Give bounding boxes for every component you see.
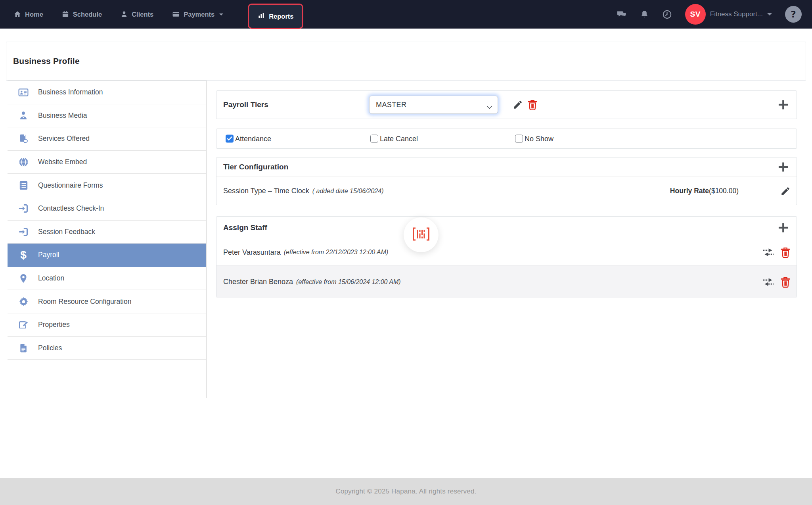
sidebar-item-label: Questionnaire Forms (38, 181, 103, 190)
chevron-down-icon (486, 103, 492, 111)
sidebar-item-label: Location (38, 274, 64, 282)
checkbox-label: Late Cancel (380, 134, 418, 143)
dollar-icon: $ (18, 250, 29, 261)
sidebar-item-contactless-check-in[interactable]: Contactless Check-In (8, 197, 206, 221)
staff-row-chester: Chester Brian Benoza (effective from 15/… (216, 266, 797, 298)
assign-staff-card: Assign Staff Peter Varasuntara (effectiv… (216, 216, 797, 298)
document-icon (18, 342, 29, 353)
tier-configuration-header: Tier Configuration (216, 157, 797, 177)
delete-tier-trash-icon[interactable] (527, 99, 538, 110)
remove-staff-trash-icon[interactable] (780, 247, 791, 258)
checkbox-label: No Show (525, 134, 553, 143)
avatar: SV (685, 4, 706, 25)
tier-configuration-row: Session Type – Time Clock ( added date 1… (216, 177, 797, 205)
no-show-checkbox[interactable] (515, 135, 523, 143)
history-icon[interactable] (662, 10, 672, 19)
no-show-checkbox-group[interactable]: No Show (515, 134, 553, 143)
transfer-staff-swap-icon[interactable] (762, 248, 774, 257)
remove-staff-trash-icon[interactable] (780, 277, 791, 288)
sidebar-item-label: Room Resource Configuration (38, 298, 131, 306)
hapana-barcode-icon (412, 227, 431, 243)
sidebar-item-properties[interactable]: Properties (8, 313, 206, 337)
assign-staff-header: Assign Staff (216, 217, 797, 239)
sidebar-item-room-resource-configuration[interactable]: Room Resource Configuration (8, 290, 206, 313)
help-icon[interactable]: ? (785, 6, 802, 23)
sidebar-item-questionnaire-forms[interactable]: Questionnaire Forms (8, 174, 206, 197)
sidebar-item-location[interactable]: Location (8, 267, 206, 290)
sidebar-item-business-information[interactable]: Business Information (8, 81, 206, 104)
staff-name: Chester Brian Benoza (223, 278, 293, 286)
gear-icon (18, 296, 29, 307)
sidebar-item-business-media[interactable]: Business Media (8, 104, 206, 128)
tier-configuration-title: Tier Configuration (223, 163, 288, 171)
home-icon (13, 10, 21, 18)
loading-spinner-badge (404, 217, 439, 252)
form-icon (18, 180, 29, 191)
effective-date-note: (effective from 22/12/2023 12:00 AM) (284, 249, 389, 256)
nav-item-payments[interactable]: Payments (172, 10, 223, 18)
sidebar-item-website-embed[interactable]: Website Embed (8, 151, 206, 174)
late-cancel-checkbox[interactable] (370, 135, 378, 143)
add-tier-plus-icon[interactable] (778, 99, 789, 111)
map-pin-icon (18, 273, 29, 284)
nav-utility-menu: SV Fitness Support... ? (617, 0, 812, 29)
sign-in-icon (18, 226, 29, 237)
nav-item-label: Schedule (73, 11, 102, 18)
checkbox-label: Attendance (235, 134, 271, 143)
sidebar-item-label: Business Information (38, 88, 103, 96)
settings-sidebar: Business Information Business Media Serv… (8, 81, 207, 398)
hourly-rate-label: Hourly Rate (670, 187, 709, 195)
sidebar-item-services-offered[interactable]: Services Offered (8, 127, 206, 151)
nav-item-clients[interactable]: Clients (120, 10, 153, 18)
effective-date-note: (effective from 15/06/2024 12:00 AM) (296, 278, 401, 286)
id-card-icon (18, 87, 29, 98)
late-cancel-checkbox-group[interactable]: Late Cancel (370, 134, 418, 143)
sidebar-item-payroll[interactable]: $ Payroll (8, 244, 206, 267)
chevron-down-icon (767, 13, 772, 15)
sign-in-icon (18, 203, 29, 214)
assign-staff-title: Assign Staff (223, 223, 267, 232)
edit-configuration-pencil-icon[interactable] (780, 186, 791, 196)
hourly-rate-value: ($100.00) (709, 187, 739, 195)
nav-item-label: Home (25, 11, 43, 18)
payroll-tiers-label: Payroll Tiers (223, 100, 268, 109)
add-staff-plus-icon[interactable] (778, 222, 789, 234)
nav-item-label: Reports (269, 13, 293, 20)
hourly-rate: Hourly Rate($100.00) (670, 187, 739, 195)
edit-tier-pencil-icon[interactable] (513, 100, 523, 110)
sidebar-item-policies[interactable]: Policies (8, 337, 206, 360)
session-status-filter-card: Attendance Late Cancel No Show (216, 129, 797, 149)
nav-item-schedule[interactable]: Schedule (61, 10, 102, 18)
staff-name: Peter Varasuntara (223, 248, 281, 257)
account-menu[interactable]: SV Fitness Support... (685, 4, 772, 25)
calendar-icon (61, 10, 69, 18)
person-icon (18, 110, 29, 121)
sidebar-item-label: Website Embed (38, 158, 87, 166)
sidebar-item-label: Services Offered (38, 134, 90, 143)
chat-icon[interactable] (617, 10, 627, 19)
transfer-staff-swap-icon[interactable] (762, 277, 774, 287)
account-name: Fitness Support... (710, 10, 763, 18)
services-icon (18, 133, 29, 144)
nav-item-home[interactable]: Home (13, 10, 43, 18)
attendance-checkbox-group[interactable]: Attendance (226, 134, 271, 143)
sidebar-item-label: Business Media (38, 111, 87, 120)
attendance-checkbox[interactable] (226, 135, 234, 143)
sidebar-item-label: Policies (38, 344, 62, 352)
copyright-text: Copyright © 2025 Hapana. All rights rese… (335, 488, 476, 495)
selected-tier-value: MASTER (376, 101, 406, 109)
added-date-note: ( added date 15/06/2024) (312, 188, 384, 195)
footer: Copyright © 2025 Hapana. All rights rese… (0, 478, 812, 505)
nav-item-reports-active[interactable]: Reports (248, 4, 303, 29)
page-title: Business Profile (13, 56, 80, 66)
session-type-name: Session Type – Time Clock (223, 187, 309, 195)
sidebar-item-label: Session Feedback (38, 228, 95, 236)
chevron-down-icon (219, 13, 223, 15)
add-tier-configuration-plus-icon[interactable] (778, 161, 789, 173)
notifications-icon[interactable] (640, 10, 649, 19)
clients-icon (120, 10, 128, 18)
sidebar-item-session-feedback[interactable]: Session Feedback (8, 221, 206, 244)
payroll-tier-select[interactable]: MASTER (369, 96, 498, 114)
nav-item-label: Payments (184, 11, 214, 18)
sidebar-item-label: Properties (38, 321, 70, 329)
